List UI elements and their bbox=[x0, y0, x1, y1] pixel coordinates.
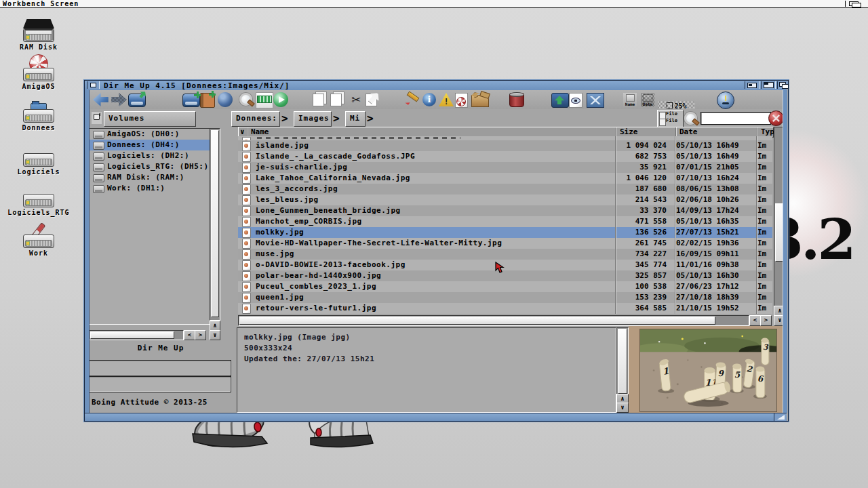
desktop-icon[interactable]: Logiciels bbox=[1, 141, 76, 176]
file-size: 471 558 bbox=[616, 216, 667, 227]
volume-row[interactable]: RAM Disk: (RAM:) bbox=[90, 172, 210, 183]
warning-button[interactable] bbox=[439, 93, 454, 106]
volume-label: Logiciels: (DH2:) bbox=[107, 151, 189, 160]
info-filename: molkky.jpg (Image jpg) bbox=[244, 333, 351, 342]
volumes-vertical-scrollbar[interactable] bbox=[210, 128, 220, 321]
volumes-scroll-down-button[interactable]: ∨ bbox=[210, 330, 220, 340]
volumes-scroll-right-button[interactable]: > bbox=[195, 330, 206, 340]
file-row[interactable]: Movie-HD-Wallpaper-The-Secret-Life-Walte… bbox=[238, 238, 772, 249]
desktop-icon[interactable]: Donnees bbox=[1, 97, 76, 131]
clock-button[interactable] bbox=[717, 92, 734, 109]
window-zoom-gadget[interactable] bbox=[761, 81, 776, 89]
file-row[interactable]: Puceul_combles_2023_1.jpg 100 538 27/06/… bbox=[238, 281, 772, 292]
disk-icon bbox=[1, 141, 76, 168]
file-row[interactable]: islande.jpg 1 094 024 05/10/13 16h49 Im bbox=[238, 140, 772, 151]
file-row[interactable]: Lone_Gunmen_beneath_bridge.jpg 33 370 14… bbox=[238, 205, 772, 216]
column-header-size[interactable]: Size bbox=[616, 127, 678, 137]
file-name: Lone_Gunmen_beneath_bridge.jpg bbox=[256, 205, 615, 216]
column-header-name[interactable]: Name bbox=[247, 127, 602, 137]
new-file-button[interactable] bbox=[200, 93, 215, 108]
file-row[interactable]: queen1.jpg 153 239 27/10/18 18h39 Im bbox=[238, 292, 772, 303]
volumes-scroll-left-button[interactable]: < bbox=[184, 330, 195, 340]
window-depth-gadget[interactable] bbox=[777, 81, 788, 89]
column-header-date[interactable]: Date bbox=[675, 127, 760, 137]
desktop-icon-label: Work bbox=[1, 249, 76, 257]
view-image-button[interactable] bbox=[569, 93, 583, 108]
unpack-archive-button[interactable] bbox=[471, 95, 489, 107]
file-date: 05/10/13 16h49 bbox=[676, 140, 754, 151]
copy-button[interactable] bbox=[313, 94, 323, 106]
window-close-gadget[interactable] bbox=[87, 81, 100, 89]
volume-label: Work: (DH1:) bbox=[107, 184, 165, 192]
file-row[interactable]: les_3_accords.jpg 187 680 08/06/15 13h08… bbox=[238, 184, 772, 195]
volume-row[interactable]: Work: (DH1:) bbox=[90, 183, 210, 194]
close-view-button[interactable] bbox=[587, 93, 604, 108]
file-date: 27/06/23 17h12 bbox=[676, 281, 754, 292]
cut-scissors-icon[interactable]: ✂ bbox=[348, 92, 364, 107]
breadcrumb-current-button[interactable]: Mi bbox=[345, 111, 366, 127]
files-scroll-right-button[interactable]: > bbox=[760, 315, 772, 326]
file-row[interactable]: muse.jpg 734 227 16/09/15 09h11 Im bbox=[238, 249, 772, 260]
file-row[interactable]: Manchot_emp_CORBIS.jpg 471 558 05/10/13 … bbox=[238, 216, 772, 227]
screen-depth-gadget[interactable] bbox=[845, 1, 863, 7]
file-row[interactable]: je-suis-charlie.jpg 35 921 07/01/15 21h0… bbox=[238, 162, 772, 173]
breadcrumb-folder-button[interactable]: Images bbox=[294, 111, 332, 127]
desktop-icon[interactable]: AmigaOS bbox=[1, 56, 76, 90]
file-filter-button[interactable]: File File bbox=[657, 110, 684, 127]
screen-titlebar[interactable]: Workbench Screen bbox=[0, 0, 868, 8]
window-resize-gadget[interactable] bbox=[774, 413, 786, 421]
clear-search-button[interactable] bbox=[768, 110, 784, 126]
find-button[interactable] bbox=[238, 92, 254, 107]
image-file-icon bbox=[242, 152, 251, 162]
files-horizontal-scrollbar[interactable] bbox=[238, 315, 749, 326]
back-button[interactable] bbox=[93, 92, 109, 107]
volumes-horizontal-scrollbar[interactable] bbox=[89, 330, 184, 340]
boing-document-button[interactable] bbox=[455, 93, 468, 108]
information-button[interactable] bbox=[422, 93, 436, 106]
search-input[interactable] bbox=[701, 112, 771, 125]
sort-direction-icon[interactable]: ∨ bbox=[240, 127, 245, 137]
file-row[interactable]: molkky.jpg 136 526 27/07/13 15h21 Im bbox=[238, 227, 772, 238]
info-vertical-scrollbar[interactable] bbox=[616, 327, 629, 395]
volumes-button[interactable]: Volumes bbox=[104, 111, 196, 127]
volume-row[interactable]: AmigaOS: (DH0:) bbox=[90, 129, 210, 140]
rename-pencil-button[interactable] bbox=[405, 92, 421, 107]
file-type: Im bbox=[757, 151, 772, 162]
file-row[interactable]: les_bleus.jpg 214 543 02/06/18 10h26 Im bbox=[238, 195, 772, 205]
desktop-icon[interactable]: Work bbox=[1, 222, 76, 257]
desktop-icon[interactable]: Logiciels_RTG bbox=[1, 182, 76, 216]
drive-icon bbox=[93, 152, 104, 161]
sort-by-name-button[interactable]: Name bbox=[623, 93, 637, 106]
file-row[interactable]: retour-vers-le-futur1.jpg 364 585 21/10/… bbox=[238, 303, 772, 314]
eject-icon[interactable] bbox=[92, 112, 102, 124]
volume-row[interactable]: Logiciels: (DH2:) bbox=[90, 150, 210, 161]
info-scroll-down-button[interactable]: ∨ bbox=[616, 403, 629, 413]
disk-icon bbox=[1, 182, 76, 209]
files-scroll-left-button[interactable]: < bbox=[749, 315, 761, 326]
file-row[interactable]: Lake_Tahoe_California_Nevada.jpg 1 046 1… bbox=[238, 173, 772, 184]
trash-button[interactable] bbox=[509, 93, 524, 107]
molkky-thumbnail-image[interactable]: 1 11 9 5 bbox=[639, 329, 777, 412]
window-iconify-gadget[interactable] bbox=[745, 81, 760, 89]
run-button[interactable] bbox=[273, 92, 288, 107]
drive-icon bbox=[93, 131, 104, 139]
paste-button[interactable] bbox=[366, 94, 376, 106]
column-header-type[interactable]: Typ bbox=[757, 127, 776, 137]
image-file-icon bbox=[242, 141, 251, 151]
sphere-tool-button[interactable] bbox=[218, 92, 233, 107]
volume-row[interactable]: Logiciels_RTG: (DH5:) bbox=[90, 161, 210, 172]
new-drawer-button[interactable] bbox=[182, 94, 200, 107]
measure-button[interactable] bbox=[256, 92, 273, 108]
breadcrumb-volume-button[interactable]: Donnees: bbox=[231, 111, 280, 127]
volumes-scroll-up-button[interactable]: ∧ bbox=[210, 321, 220, 331]
file-row[interactable]: Islande_-_La_cascade_Godafoss.JPG 682 75… bbox=[238, 151, 772, 162]
file-type: Im bbox=[757, 303, 772, 314]
desktop-icon[interactable]: RAM Disk bbox=[1, 16, 76, 51]
file-type: Im bbox=[757, 162, 772, 173]
volume-row[interactable]: Donnees: (DH4:) bbox=[90, 140, 210, 150]
status-box-1 bbox=[87, 360, 231, 376]
window-titlebar[interactable]: Dir Me Up 4.15 [Donnees:Images/Mix/] bbox=[85, 81, 787, 91]
parent-drive-button[interactable] bbox=[128, 94, 146, 107]
file-type: Im bbox=[757, 205, 772, 216]
archive-upload-button[interactable] bbox=[551, 93, 569, 108]
